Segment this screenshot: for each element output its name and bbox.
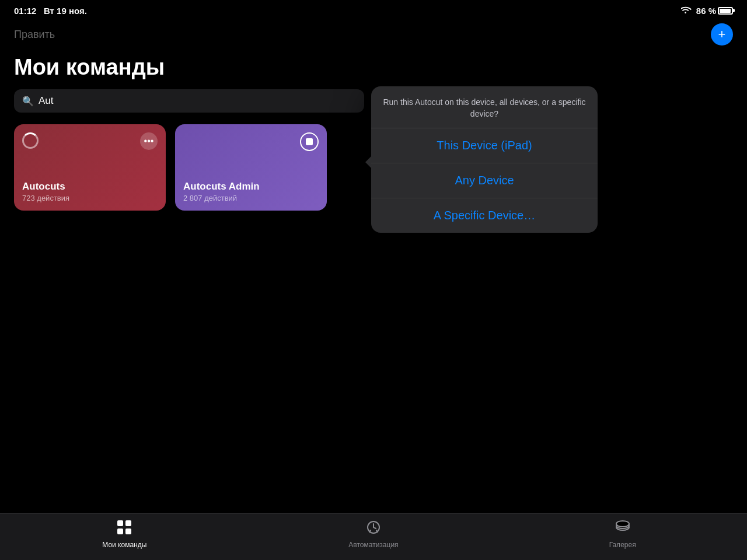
popup-option-specific-device[interactable]: A Specific Device… — [371, 198, 598, 233]
shortcut-subtitle: 723 действия — [22, 194, 158, 202]
my-shortcuts-icon — [117, 520, 132, 538]
tab-gallery[interactable]: Галерея — [594, 520, 652, 549]
shortcut-title: Autocuts Admin — [183, 181, 319, 192]
automation-icon — [366, 520, 381, 538]
search-box: 🔍 Aut — [14, 89, 364, 113]
page-title: Мои команды — [0, 52, 747, 89]
tab-automation[interactable]: Автоматизация — [344, 520, 403, 549]
search-input-value[interactable]: Aut — [39, 95, 54, 107]
card-bottom: Autocuts 723 действия — [22, 181, 158, 202]
edit-button[interactable]: Править — [14, 29, 55, 41]
top-nav: Править + — [0, 21, 747, 52]
svg-rect-2 — [117, 528, 123, 534]
status-date: Вт 19 ноя. — [44, 6, 87, 16]
device-selection-popup: Run this Autocut on this device, all dev… — [371, 86, 598, 233]
tab-bar: Мои команды Автоматизация Галерея — [0, 513, 747, 560]
tab-my-shortcuts-label: Мои команды — [102, 541, 146, 549]
svg-rect-3 — [125, 528, 131, 534]
card-top — [183, 132, 319, 151]
more-options-button[interactable]: ••• — [140, 132, 158, 150]
add-icon: + — [718, 27, 726, 42]
popup-container: Run this Autocut on this device, all dev… — [371, 86, 598, 233]
stop-button[interactable] — [300, 132, 319, 151]
shortcut-card-autocuts[interactable]: ••• Autocuts 723 действия — [14, 124, 166, 211]
shortcut-card-autocuts-admin[interactable]: Autocuts Admin 2 807 действий — [175, 124, 327, 211]
shortcut-subtitle: 2 807 действий — [183, 194, 319, 202]
tab-automation-label: Автоматизация — [348, 541, 398, 549]
status-bar: 01:12 Вт 19 ноя. 86 % — [0, 0, 747, 21]
wifi-icon — [681, 6, 692, 16]
spinner-icon — [22, 132, 39, 149]
battery-icon — [718, 7, 733, 15]
tab-gallery-label: Галерея — [609, 541, 636, 549]
svg-rect-1 — [125, 520, 131, 526]
card-top: ••• — [22, 132, 158, 150]
shortcut-title: Autocuts — [22, 181, 158, 192]
status-indicators: 86 % — [681, 6, 733, 16]
search-icon: 🔍 — [22, 96, 34, 107]
svg-point-7 — [616, 521, 629, 527]
gallery-icon — [615, 520, 630, 538]
status-time: 01:12 — [14, 6, 36, 16]
battery-indicator: 86 % — [696, 6, 733, 16]
popup-header: Run this Autocut on this device, all dev… — [371, 86, 598, 128]
more-icon: ••• — [144, 136, 154, 146]
tab-my-shortcuts[interactable]: Мои команды — [95, 520, 153, 549]
battery-text: 86 % — [696, 6, 716, 16]
popup-header-text: Run this Autocut on this device, all dev… — [383, 97, 585, 118]
popup-arrow — [365, 156, 371, 168]
popup-option-this-device[interactable]: This Device (iPad) — [371, 128, 598, 163]
card-bottom: Autocuts Admin 2 807 действий — [183, 181, 319, 202]
stop-icon — [306, 138, 313, 145]
status-time-date: 01:12 Вт 19 ноя. — [14, 6, 87, 16]
svg-rect-0 — [117, 520, 123, 526]
popup-option-any-device[interactable]: Any Device — [371, 163, 598, 198]
add-shortcut-button[interactable]: + — [711, 23, 733, 46]
